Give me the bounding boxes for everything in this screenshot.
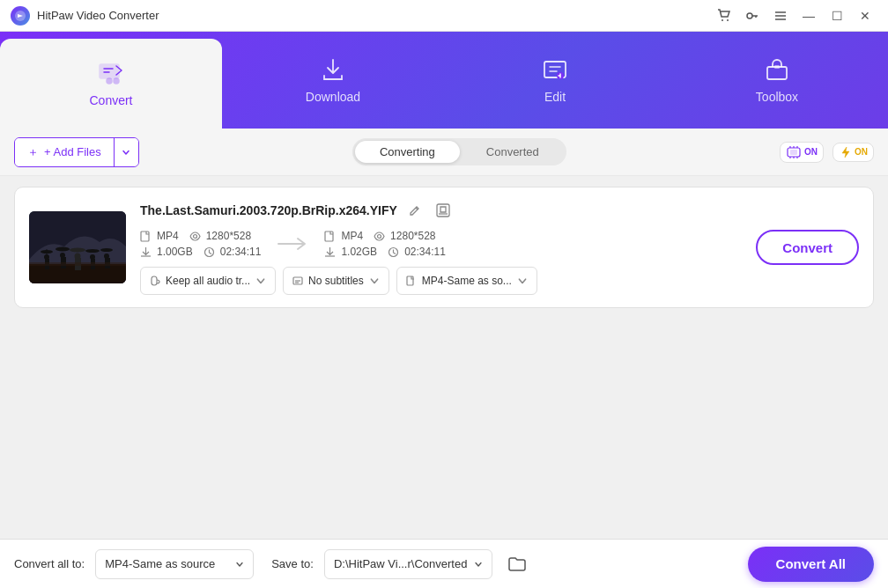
audio-track-value: Keep all audio tr... [166, 275, 250, 287]
nav-item-edit[interactable]: Edit [444, 32, 666, 129]
file-info: The.Last.Samuri.2003.720p.BrRip.x264.YIF… [140, 200, 735, 295]
svg-point-27 [41, 250, 53, 254]
minimize-button[interactable]: — [796, 4, 821, 28]
tab-group: Converting Converted [146, 138, 773, 165]
tab-converted[interactable]: Converted [462, 141, 564, 163]
nav-label-toolbox: Toolbox [756, 90, 798, 104]
file-dropdowns: Keep all audio tr... No subtitles [140, 267, 735, 295]
tab-converting[interactable]: Converting [355, 141, 460, 163]
target-size-row: 1.02GB 02:34:11 [324, 246, 445, 258]
nav-item-convert[interactable]: Convert [0, 39, 222, 129]
svg-rect-43 [141, 232, 149, 241]
source-size-row: 1.00GB 02:34:11 [140, 246, 261, 258]
gpu-on-label: ON [804, 147, 818, 157]
target-resolution: 1280*528 [390, 230, 435, 242]
nav-label-convert: Convert [89, 93, 132, 107]
maximize-button[interactable]: ☐ [825, 4, 849, 28]
menu-icon-btn[interactable] [768, 4, 793, 28]
svg-rect-12 [767, 67, 787, 79]
output-format-value: MP4-Same as so... [422, 275, 512, 287]
format-select-chevron [235, 560, 244, 569]
svg-point-9 [114, 78, 119, 84]
source-format-row: MP4 1280*528 [140, 230, 261, 242]
file-name: The.Last.Samuri.2003.720p.BrRip.x264.YIF… [140, 203, 397, 217]
subtitles-value: No subtitles [308, 275, 364, 287]
nav-label-edit: Edit [544, 90, 566, 104]
file-name-row: The.Last.Samuri.2003.720p.BrRip.x264.YIF… [140, 200, 735, 221]
svg-point-2 [727, 19, 729, 21]
main-content: The.Last.Samuri.2003.720p.BrRip.x264.YIF… [0, 176, 888, 539]
format-select[interactable]: MP4-Same as source [95, 549, 254, 579]
bottom-bar: Convert all to: MP4-Same as source Save … [0, 539, 888, 588]
edit-filename-button[interactable] [404, 200, 426, 221]
svg-point-39 [100, 248, 113, 252]
source-resolution: 1280*528 [206, 230, 251, 242]
svg-point-30 [56, 247, 70, 252]
svg-rect-46 [325, 232, 333, 241]
gpu-badge[interactable]: ON [780, 142, 824, 163]
window-controls: — ☐ ✕ [712, 4, 877, 28]
target-format: MP4 [341, 230, 363, 242]
source-meta: MP4 1280*528 1.00GB [140, 230, 261, 258]
save-path-select[interactable]: D:\HitPaw Vi...r\Converted [324, 549, 492, 579]
toolbar: ＋ + Add Files Converting Converted [0, 129, 888, 176]
toolbar-icons: ON ON [780, 142, 874, 163]
lightning-on-label: ON [855, 147, 868, 157]
subtitles-dropdown[interactable]: No subtitles [283, 267, 389, 295]
svg-point-44 [193, 234, 196, 238]
file-card: The.Last.Samuri.2003.720p.BrRip.x264.YIF… [14, 187, 874, 308]
nav-item-toolbox[interactable]: Toolbox [666, 32, 888, 129]
svg-point-33 [70, 248, 85, 253]
svg-rect-52 [407, 276, 413, 285]
key-icon-btn[interactable] [740, 4, 765, 28]
target-duration: 02:34:11 [404, 246, 446, 258]
plus-icon: ＋ [27, 144, 39, 160]
save-path-chevron [474, 560, 483, 569]
save-path-value: D:\HitPaw Vi...r\Converted [334, 557, 467, 570]
source-format: MP4 [157, 230, 179, 242]
app-logo [11, 6, 30, 26]
add-files-button[interactable]: ＋ + Add Files [15, 138, 114, 166]
audio-track-dropdown[interactable]: Keep all audio tr... [140, 267, 276, 295]
nav-label-download: Download [306, 90, 360, 104]
target-format-row: MP4 1280*528 [324, 230, 445, 242]
target-meta: MP4 1280*528 1.02GB [324, 230, 445, 258]
svg-point-8 [107, 78, 112, 84]
svg-rect-13 [774, 65, 780, 69]
add-files-group: ＋ + Add Files [14, 137, 139, 167]
svg-point-36 [85, 249, 100, 253]
info-button[interactable] [433, 200, 454, 221]
svg-point-47 [378, 234, 381, 238]
convert-arrow-icon [268, 233, 317, 254]
folder-browse-button[interactable] [503, 550, 531, 578]
source-size: 1.00GB [157, 246, 193, 258]
tab-pills: Converting Converted [352, 138, 566, 165]
source-duration: 02:34:11 [220, 246, 262, 258]
svg-rect-41 [437, 204, 449, 217]
convert-all-to-label: Convert all to: [14, 557, 85, 570]
lightning-badge[interactable]: ON [832, 143, 874, 162]
add-files-dropdown-button[interactable] [114, 138, 138, 166]
title-bar: HitPaw Video Converter — ☐ [0, 0, 888, 32]
nav-item-download[interactable]: Download [222, 32, 444, 129]
svg-point-3 [747, 13, 752, 18]
svg-point-1 [722, 19, 723, 21]
nav-bar: Convert Download Edit Toolbox [0, 32, 888, 129]
svg-rect-15 [790, 150, 797, 155]
close-button[interactable]: ✕ [853, 4, 877, 28]
convert-all-button[interactable]: Convert All [748, 547, 874, 582]
app-title: HitPaw Video Converter [37, 9, 712, 22]
file-details: MP4 1280*528 1.00GB [140, 230, 735, 258]
cart-icon-btn[interactable] [712, 4, 736, 28]
save-to-label: Save to: [271, 557, 314, 570]
svg-rect-40 [29, 262, 126, 266]
convert-button[interactable]: Convert [756, 230, 859, 265]
output-format-dropdown[interactable]: MP4-Same as so... [396, 267, 537, 295]
target-size: 1.02GB [341, 246, 377, 258]
file-thumbnail [29, 211, 126, 283]
format-select-value: MP4-Same as source [105, 557, 228, 570]
